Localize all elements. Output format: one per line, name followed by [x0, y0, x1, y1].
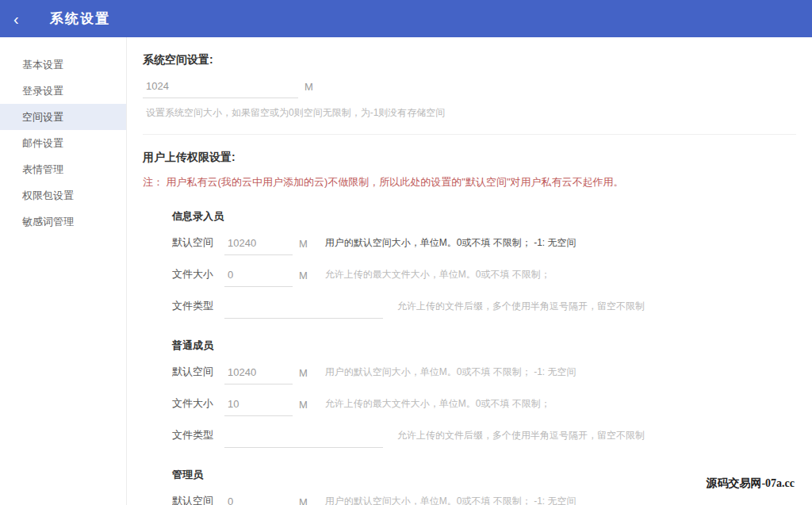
unit-label: M: [299, 399, 308, 416]
main-content: 系统空间设置: M 设置系统空间大小，如果留空或为0则空间无限制，为-1则没有存…: [127, 37, 812, 505]
default-space-input[interactable]: [224, 235, 293, 255]
field-hint: 用户的默认空间大小，单位M。0或不填 不限制； -1: 无空间: [325, 236, 576, 255]
upload-permission-heading: 用户上传权限设置:: [143, 151, 796, 165]
role-group: 信息录入员默认空间M用户的默认空间大小，单位M。0或不填 不限制； -1: 无空…: [172, 209, 796, 319]
file-size-input[interactable]: [224, 396, 293, 416]
field-hint: 用户的默认空间大小，单位M。0或不填 不限制； -1: 无空间: [325, 365, 576, 384]
app-header: ‹ 系统设置: [0, 0, 812, 37]
unit-label: M: [299, 367, 308, 384]
field-hint: 允许上传的最大文件大小，单位M。0或不填 不限制；: [325, 268, 550, 287]
sidebar: 基本设置登录设置空间设置邮件设置表情管理权限包设置敏感词管理: [0, 37, 127, 505]
unit-label: M: [299, 270, 308, 287]
field-row: 文件类型允许上传的文件后缀，多个使用半角逗号隔开，留空不限制: [172, 299, 796, 319]
field-hint: 允许上传的最大文件大小，单位M。0或不填 不限制；: [325, 397, 550, 416]
field-row: 文件大小M允许上传的最大文件大小，单位M。0或不填 不限制；: [172, 267, 796, 287]
field-row: 默认空间M用户的默认空间大小，单位M。0或不填 不限制； -1: 无空间: [172, 235, 796, 255]
file-size-input[interactable]: [224, 267, 293, 287]
field-label: 文件大小: [172, 396, 224, 416]
role-group-title: 普通成员: [172, 339, 796, 353]
unit-label: M: [304, 81, 313, 98]
field-label: 文件类型: [172, 428, 224, 448]
field-label: 默认空间: [172, 494, 224, 505]
unit-label: M: [299, 496, 308, 505]
unit-label: M: [299, 238, 308, 255]
system-space-hint: 设置系统空间大小，如果留空或为0则空间无限制，为-1则没有存储空间: [143, 106, 796, 120]
section-divider: [143, 134, 796, 135]
role-group-title: 管理员: [172, 468, 796, 482]
default-space-input[interactable]: [224, 365, 293, 384]
field-label: 默认空间: [172, 365, 224, 384]
role-group: 管理员默认空间M用户的默认空间大小，单位M。0或不填 不限制； -1: 无空间文…: [172, 468, 796, 505]
field-label: 文件类型: [172, 299, 224, 319]
page-title: 系统设置: [50, 10, 110, 28]
sidebar-item-权限包设置[interactable]: 权限包设置: [0, 182, 126, 209]
field-row: 默认空间M用户的默认空间大小，单位M。0或不填 不限制； -1: 无空间: [172, 494, 796, 505]
field-label: 文件大小: [172, 267, 224, 287]
watermark: 源码交易网-07a.cc: [706, 476, 795, 491]
sidebar-item-邮件设置[interactable]: 邮件设置: [0, 130, 126, 156]
field-row: 默认空间M用户的默认空间大小，单位M。0或不填 不限制； -1: 无空间: [172, 365, 796, 384]
sidebar-item-空间设置[interactable]: 空间设置: [0, 104, 126, 130]
sidebar-item-登录设置[interactable]: 登录设置: [0, 78, 126, 104]
sidebar-item-敏感词管理[interactable]: 敏感词管理: [0, 209, 126, 235]
system-space-input[interactable]: [143, 78, 298, 98]
field-row: 文件大小M允许上传的最大文件大小，单位M。0或不填 不限制；: [172, 396, 796, 416]
file-type-input[interactable]: [224, 299, 383, 319]
field-label: 默认空间: [172, 235, 224, 255]
back-icon[interactable]: ‹: [13, 11, 34, 27]
sidebar-item-基本设置[interactable]: 基本设置: [0, 52, 126, 78]
page-body: 基本设置登录设置空间设置邮件设置表情管理权限包设置敏感词管理 系统空间设置: M…: [0, 37, 812, 505]
system-space-heading: 系统空间设置:: [143, 53, 796, 67]
default-space-input[interactable]: [224, 494, 293, 505]
role-group: 普通成员默认空间M用户的默认空间大小，单位M。0或不填 不限制； -1: 无空间…: [172, 339, 796, 448]
field-row: 文件类型允许上传的文件后缀，多个使用半角逗号隔开，留空不限制: [172, 428, 796, 448]
role-groups: 信息录入员默认空间M用户的默认空间大小，单位M。0或不填 不限制； -1: 无空…: [172, 209, 796, 505]
upload-permission-note: 注： 用户私有云(我的云中用户添加的云)不做限制，所以此处的设置的"默认空间"对…: [143, 175, 796, 189]
field-hint: 允许上传的文件后缀，多个使用半角逗号隔开，留空不限制: [397, 429, 645, 448]
role-group-title: 信息录入员: [172, 209, 796, 224]
sidebar-item-表情管理[interactable]: 表情管理: [0, 156, 126, 182]
field-hint: 允许上传的文件后缀，多个使用半角逗号隔开，留空不限制: [397, 300, 645, 319]
system-space-row: M: [143, 78, 796, 98]
field-hint: 用户的默认空间大小，单位M。0或不填 不限制； -1: 无空间: [325, 495, 576, 505]
file-type-input[interactable]: [224, 428, 383, 448]
